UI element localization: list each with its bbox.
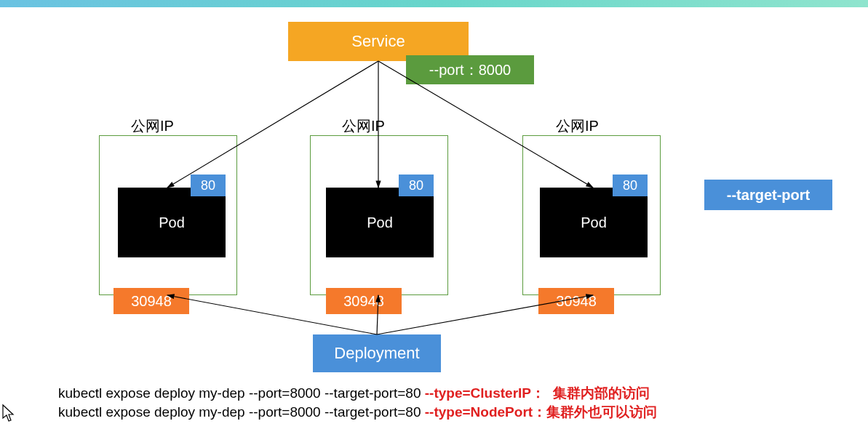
cmd2-flag: --type=NodePort： — [425, 404, 546, 420]
node-port-text: 30948 — [131, 293, 172, 310]
cursor-icon — [1, 404, 16, 422]
cmd1-base: kubectl expose deploy my-dep --port=8000… — [58, 385, 425, 401]
node-port-badge: 30948 — [114, 288, 189, 314]
target-port-badge: --target-port — [704, 180, 832, 210]
command-line-1: kubectl expose deploy my-dep --port=8000… — [58, 384, 657, 403]
cmd1-flag: --type=ClusterIP： — [425, 385, 545, 401]
node-port-text: 30948 — [343, 293, 384, 310]
service-label: Service — [351, 32, 405, 51]
command-line-2: kubectl expose deploy my-dep --port=8000… — [58, 403, 657, 422]
service-port-text: --port：8000 — [429, 60, 511, 80]
node-label: 公网IP — [342, 116, 385, 136]
pod-port-text: 80 — [409, 178, 423, 193]
cmd1-note: 集群内部的访问 — [553, 385, 650, 401]
node-port-badge: 30948 — [326, 288, 402, 314]
deployment-box: Deployment — [313, 334, 441, 372]
node-label: 公网IP — [131, 116, 174, 136]
pod-port-text: 80 — [623, 178, 637, 193]
pod-port-badge: 80 — [613, 175, 648, 196]
service-port-badge: --port：8000 — [406, 55, 534, 84]
pod-port-text: 80 — [201, 178, 215, 193]
diagram-stage: Service --port：8000 公网IP公网IP公网IPPod80Pod… — [0, 0, 868, 429]
pod-port-badge: 80 — [191, 175, 226, 196]
pod-label: Pod — [367, 214, 393, 231]
pod-box: Pod — [118, 188, 226, 257]
node-label: 公网IP — [556, 116, 599, 136]
pod-box: Pod — [540, 188, 648, 257]
pod-label: Pod — [159, 214, 185, 231]
target-port-text: --target-port — [727, 187, 810, 204]
node-port-text: 30948 — [556, 293, 597, 310]
cmd2-base: kubectl expose deploy my-dep --port=8000… — [58, 404, 425, 420]
deployment-label: Deployment — [334, 344, 419, 363]
pod-label: Pod — [581, 214, 607, 231]
pod-port-badge: 80 — [399, 175, 434, 196]
node-port-badge: 30948 — [538, 288, 614, 314]
command-block: kubectl expose deploy my-dep --port=8000… — [58, 384, 657, 421]
pod-box: Pod — [326, 188, 434, 257]
cmd2-note: 集群外也可以访问 — [546, 404, 657, 420]
